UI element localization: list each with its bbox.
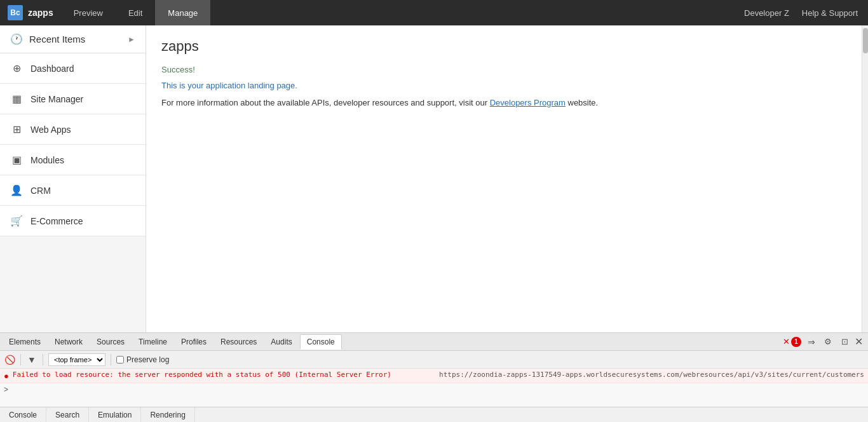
toolbar-separator-2 <box>43 354 43 365</box>
success-text: Success! <box>161 65 846 74</box>
preserve-log-checkbox[interactable] <box>116 356 124 364</box>
devtools-tab-audits[interactable]: Audits <box>264 334 298 350</box>
error-badge-wrapper: ✕ 1 <box>783 337 801 347</box>
recent-items-label: Recent Items <box>29 34 85 44</box>
devtools-tab-sources[interactable]: Sources <box>90 334 131 350</box>
landing-text: This is your application landing page. <box>161 81 846 90</box>
content-wrapper: zapps Success! This is your application … <box>146 25 868 332</box>
nav-items: Preview Edit Manage <box>61 0 211 25</box>
logo-icon: Bc <box>8 5 23 20</box>
developer-z-link[interactable]: Developer Z <box>744 8 789 18</box>
info-text: For more information about the available… <box>161 97 846 109</box>
toolbar-separator-3 <box>111 354 111 365</box>
devtools-tab-console[interactable]: Console <box>300 334 342 350</box>
info-text-before: For more information about the available… <box>161 98 490 107</box>
nav-manage[interactable]: Manage <box>155 0 210 25</box>
main-layout: 🕐 Recent Items ► ⊕ Dashboard ▦ Site Mana… <box>0 25 868 332</box>
error-url[interactable]: https://zoondia-zapps-1317549-apps.world… <box>439 371 864 379</box>
devtools-content: ● Failed to load resource: the server re… <box>0 369 868 407</box>
devtools-tabs: Elements Network Sources Timeline Profil… <box>0 333 868 351</box>
devtools-panel: Elements Network Sources Timeline Profil… <box>0 332 868 407</box>
sidebar-item-modules[interactable]: ▣ Modules <box>0 145 146 175</box>
step-over-icon[interactable]: ⇒ <box>805 336 818 348</box>
settings-icon[interactable]: ⚙ <box>822 336 834 348</box>
arrow-right-icon: ► <box>128 35 135 44</box>
preserve-log-label[interactable]: Preserve log <box>116 355 169 364</box>
sidebar-item-web-apps[interactable]: ⊞ Web Apps <box>0 114 146 145</box>
bottom-tab-search[interactable]: Search <box>46 407 89 422</box>
content-area: zapps Success! This is your application … <box>146 25 862 332</box>
bottom-tab-console[interactable]: Console <box>0 407 46 422</box>
devtools-tab-resources[interactable]: Resources <box>214 334 263 350</box>
web-apps-icon: ⊞ <box>10 123 23 135</box>
modules-icon: ▣ <box>10 154 23 166</box>
sidebar-web-apps-label: Web Apps <box>31 125 71 135</box>
page-title: zapps <box>161 38 846 55</box>
bottom-tab-rendering[interactable]: Rendering <box>141 407 194 422</box>
sidebar-ecommerce-label: E-Commerce <box>31 216 83 226</box>
right-scrollbar[interactable] <box>862 25 868 332</box>
developers-program-link[interactable]: Developers Program <box>490 98 566 107</box>
sidebar-item-site-manager[interactable]: ▦ Site Manager <box>0 84 146 114</box>
devtools-tab-elements[interactable]: Elements <box>3 334 47 350</box>
bottom-tab-emulation[interactable]: Emulation <box>89 407 141 422</box>
recent-items-row[interactable]: 🕐 Recent Items ► <box>0 25 146 53</box>
console-caret[interactable]: > <box>0 383 868 396</box>
nav-edit[interactable]: Edit <box>116 0 155 25</box>
sidebar-modules-label: Modules <box>31 155 64 165</box>
site-manager-icon: ▦ <box>10 93 23 105</box>
error-x-icon: ✕ <box>783 337 790 346</box>
preserve-log-text: Preserve log <box>126 355 169 364</box>
sidebar-item-ecommerce[interactable]: 🛒 E-Commerce <box>0 206 146 236</box>
bottom-tabs: Console Search Emulation Rendering <box>0 407 868 422</box>
recent-items-left: 🕐 Recent Items <box>10 33 85 45</box>
sidebar-item-dashboard[interactable]: ⊕ Dashboard <box>0 53 146 84</box>
help-support-link[interactable]: Help & Support <box>802 8 858 18</box>
nav-right: Developer Z Help & Support <box>744 8 868 18</box>
devtools-tab-profiles[interactable]: Profiles <box>175 334 213 350</box>
ecommerce-icon: 🛒 <box>10 215 23 227</box>
sidebar-dashboard-label: Dashboard <box>31 64 74 74</box>
devtools-tab-timeline[interactable]: Timeline <box>132 334 173 350</box>
nav-preview[interactable]: Preview <box>61 0 116 25</box>
sidebar-site-manager-label: Site Manager <box>31 94 83 104</box>
error-message: Failed to load resource: the server resp… <box>13 371 391 379</box>
dock-icon[interactable]: ⊡ <box>838 336 851 348</box>
sidebar-crm-label: CRM <box>31 186 51 196</box>
crm-icon: 👤 <box>10 184 23 196</box>
scrollbar-thumb <box>863 28 868 53</box>
app-name: zapps <box>28 8 53 18</box>
dashboard-icon: ⊕ <box>10 62 23 74</box>
devtools-tab-network[interactable]: Network <box>48 334 89 350</box>
filter-icon[interactable]: ▼ <box>26 354 37 365</box>
frame-selector[interactable]: <top frame> <box>48 353 105 366</box>
error-circle-icon: ● <box>4 371 9 381</box>
devtools-right-icons: ✕ 1 ⇒ ⚙ ⊡ ✕ <box>783 336 865 348</box>
toolbar-separator <box>20 354 21 365</box>
clock-icon: 🕐 <box>10 33 23 45</box>
nav-logo[interactable]: Bc zapps <box>0 5 61 20</box>
error-line: ● Failed to load resource: the server re… <box>0 369 868 383</box>
devtools-close-button[interactable]: ✕ <box>855 336 863 348</box>
sidebar: 🕐 Recent Items ► ⊕ Dashboard ▦ Site Mana… <box>0 25 146 332</box>
info-text-after: website. <box>566 98 598 107</box>
top-nav: Bc zapps Preview Edit Manage Developer Z… <box>0 0 868 25</box>
error-count-badge: 1 <box>791 337 801 347</box>
clear-console-icon[interactable]: 🚫 <box>4 354 15 365</box>
devtools-toolbar: 🚫 ▼ <top frame> Preserve log <box>0 351 868 369</box>
sidebar-item-crm[interactable]: 👤 CRM <box>0 175 146 206</box>
